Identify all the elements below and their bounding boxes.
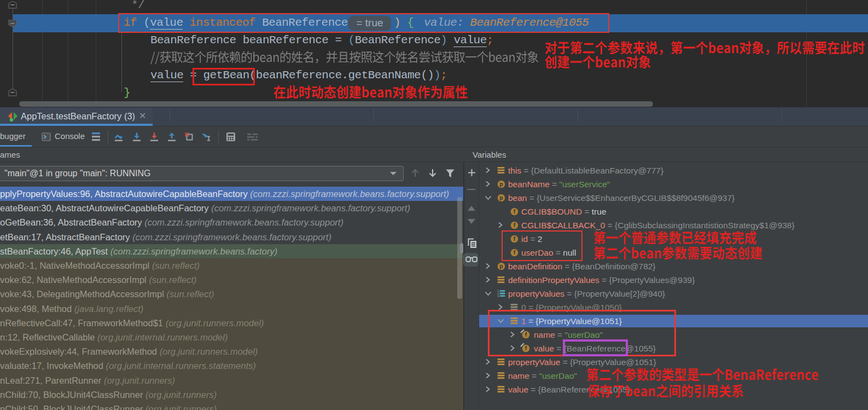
svg-text:3: 3 xyxy=(497,294,499,297)
svg-text:f: f xyxy=(514,222,516,228)
svg-text:p: p xyxy=(499,263,503,269)
svg-text:p: p xyxy=(499,194,503,201)
svg-text:p: p xyxy=(499,181,503,187)
svg-text:f: f xyxy=(514,208,516,215)
